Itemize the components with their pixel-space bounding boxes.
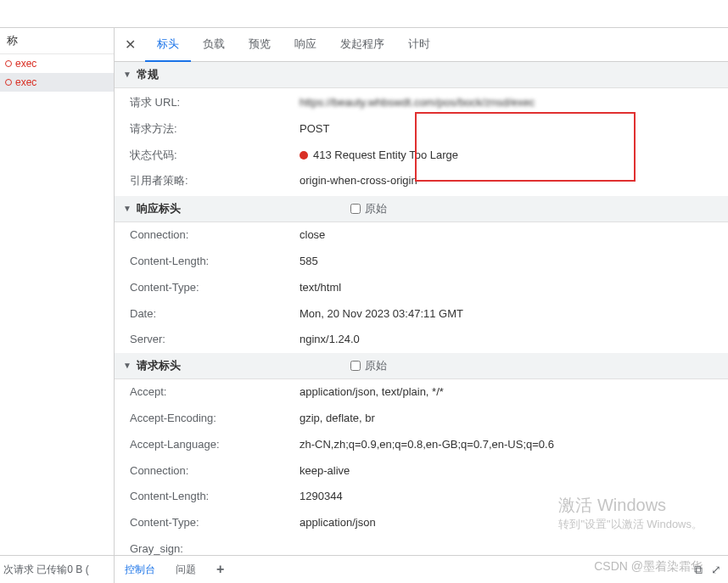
- request-item-1[interactable]: exec: [0, 73, 114, 92]
- req-content-type-v: application/json: [300, 514, 728, 532]
- request-item-label: exec: [15, 76, 36, 88]
- req-connection-k: Connection:: [130, 462, 300, 480]
- section-general-header[interactable]: ▼ 常规: [115, 62, 728, 88]
- req-accept-encoding-k: Accept-Encoding:: [130, 410, 300, 428]
- tab-preview[interactable]: 预览: [237, 28, 283, 62]
- raw-checkbox[interactable]: [350, 361, 361, 371]
- chevron-down-icon: ▼: [123, 70, 132, 79]
- resp-server-k: Server:: [130, 331, 300, 349]
- req-connection-v: keep-alive: [300, 462, 728, 480]
- req-gray-sign-v: [300, 541, 728, 555]
- req-accept-encoding-v: gzip, deflate, br: [300, 410, 728, 428]
- response-headers-section: Connection:close Content-Length:585 Cont…: [115, 222, 728, 353]
- status-circle-icon: [5, 79, 12, 86]
- tab-initiator[interactable]: 发起程序: [328, 28, 396, 62]
- referrer-policy-value: origin-when-cross-origin: [300, 172, 728, 190]
- section-response-header[interactable]: ▼ 响应标头 原始: [115, 196, 728, 222]
- resp-content-type-k: Content-Type:: [130, 279, 300, 297]
- request-method-key: 请求方法:: [130, 121, 300, 138]
- sidebar-header: 称: [0, 28, 114, 54]
- raw-toggle-response[interactable]: 原始: [350, 201, 387, 216]
- section-response-label: 响应标头: [137, 201, 181, 216]
- detail-tabs: ✕ 标头 负载 预览 响应 发起程序 计时: [115, 28, 728, 62]
- transfer-status: 次请求 已传输0 B (: [0, 556, 115, 583]
- request-list-sidebar: 称 exec exec: [0, 28, 115, 555]
- raw-toggle-request[interactable]: 原始: [350, 358, 387, 373]
- tab-timing[interactable]: 计时: [396, 28, 442, 62]
- request-url-key: 请求 URL:: [130, 94, 300, 112]
- resp-content-type-v: text/html: [300, 279, 728, 297]
- tab-payload[interactable]: 负载: [191, 28, 237, 62]
- request-item-0[interactable]: exec: [0, 54, 114, 73]
- resp-server-v: nginx/1.24.0: [300, 331, 728, 349]
- req-gray-sign-k: Gray_sign:: [130, 541, 300, 555]
- referrer-policy-key: 引用者策略:: [130, 172, 300, 190]
- resp-date-v: Mon, 20 Nov 2023 03:47:11 GMT: [300, 306, 728, 323]
- status-circle-icon: [5, 60, 12, 67]
- section-general-label: 常规: [137, 67, 159, 82]
- details-panel: ✕ 标头 负载 预览 响应 发起程序 计时 ▼ 常规 请求 URL: https…: [115, 28, 728, 555]
- expand-icon[interactable]: ⤢: [711, 563, 721, 577]
- close-panel-button[interactable]: ✕: [118, 33, 142, 57]
- add-tab-button[interactable]: +: [206, 556, 234, 583]
- resp-connection-k: Connection:: [130, 227, 300, 244]
- empty-top-strip: [0, 0, 728, 28]
- section-request-label: 请求标头: [137, 358, 181, 373]
- tab-headers[interactable]: 标头: [145, 28, 191, 62]
- request-url-value: https://beauty.whbswdt.com/pos/bock/znsd…: [300, 94, 728, 112]
- request-item-label: exec: [15, 58, 36, 70]
- req-content-length-v: 1290344: [300, 488, 728, 506]
- req-accept-language-k: Accept-Language:: [130, 436, 300, 454]
- general-section: 请求 URL: https://beauty.whbswdt.com/pos/b…: [115, 88, 728, 196]
- req-content-type-k: Content-Type:: [130, 514, 300, 532]
- resp-date-k: Date:: [130, 306, 300, 323]
- resp-content-length-k: Content-Length:: [130, 253, 300, 271]
- chevron-down-icon: ▼: [123, 204, 132, 213]
- status-code-value: 413 Request Entity Too Large: [300, 147, 728, 165]
- req-accept-v: application/json, text/plain, */*: [300, 384, 728, 401]
- bottom-bar: 次请求 已传输0 B ( 控制台 问题 + ⧉ ⤢: [0, 555, 728, 583]
- request-headers-section: Accept:application/json, text/plain, */*…: [115, 379, 728, 555]
- bottom-tabs: 控制台 问题 +: [115, 556, 234, 583]
- tab-console[interactable]: 控制台: [115, 556, 165, 583]
- resp-content-length-v: 585: [300, 253, 728, 271]
- status-dot-icon: [300, 151, 308, 160]
- tab-issues[interactable]: 问题: [165, 556, 206, 583]
- req-content-length-k: Content-Length:: [130, 488, 300, 506]
- resp-connection-v: close: [300, 227, 728, 244]
- req-accept-k: Accept:: [130, 384, 300, 401]
- status-code-key: 状态代码:: [130, 147, 300, 165]
- section-request-header[interactable]: ▼ 请求标头 原始: [115, 353, 728, 379]
- dock-icon[interactable]: ⧉: [694, 563, 703, 577]
- request-method-value: POST: [300, 121, 728, 138]
- tab-response[interactable]: 响应: [283, 28, 328, 62]
- req-accept-language-v: zh-CN,zh;q=0.9,en;q=0.8,en-GB;q=0.7,en-U…: [300, 436, 728, 454]
- raw-checkbox[interactable]: [350, 204, 361, 214]
- chevron-down-icon: ▼: [123, 361, 132, 370]
- bottom-right-icons: ⧉ ⤢: [694, 563, 721, 577]
